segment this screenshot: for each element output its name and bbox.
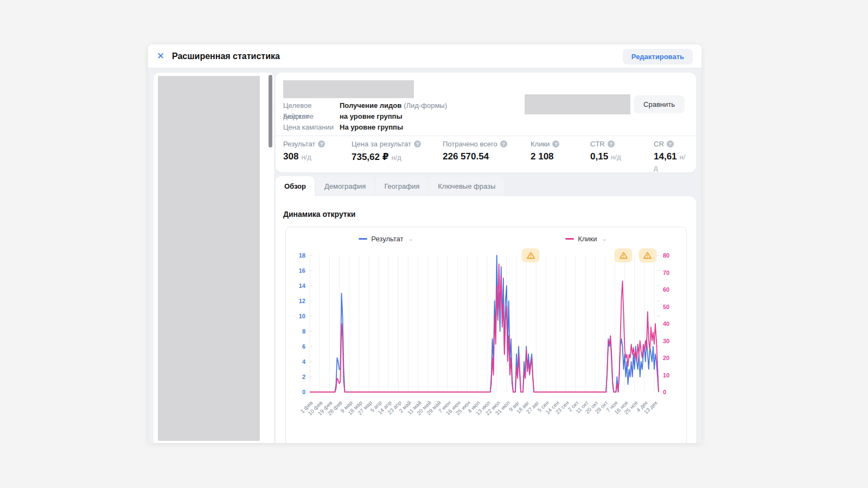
info-value-suffix: (Лид-формы) [404,100,447,111]
main-content: Целевое действиеПолучение лидов(Лид-форм… [276,68,696,443]
legend-item-результат[interactable]: Результат⌄ [286,235,486,243]
metric-value: 14,61н/д [654,151,688,173]
info-value: На уровне группы [340,122,403,133]
metric-value: 735,62 ₽н/д [352,151,443,163]
info-row: Целевое действиеПолучение лидов(Лид-форм… [283,100,447,111]
y-axis-right: 01020304050607080 [663,255,682,392]
compare-redacted-placeholder [525,94,630,114]
compare-group: Сравнить [525,94,685,114]
modal-header: ✕ Расширенная статистика Редактировать [148,44,701,68]
chevron-down-icon: ⌄ [408,235,413,242]
x-axis-labels: 1 фев10 фев19 фев28 фев9 мар18 мар27 мар… [310,396,660,429]
metric-цена-за-результат: Цена за результат?735,62 ₽н/д [352,140,443,173]
campaign-list-sidebar [154,73,274,443]
close-icon[interactable]: ✕ [157,50,170,62]
campaign-summary-card: Целевое действиеПолучение лидов(Лид-форм… [276,73,696,172]
line-chart-svg [310,255,660,392]
legend-color-dash [359,238,367,240]
y-tick-label: 0 [302,389,305,395]
info-value: на уровне группы [340,111,403,122]
metric-label: Потрачено всего? [443,140,531,148]
metric-value: 226 570.54 [443,151,531,162]
tab-обзор[interactable]: Обзор [276,176,315,196]
y-tick-label: 16 [299,267,305,274]
campaign-info-rows: Целевое действиеПолучение лидов(Лид-форм… [283,100,447,133]
y-tick-label: 12 [299,298,305,304]
y-tick-label: 10 [663,372,669,378]
metric-label-text: Клики [531,140,550,148]
warning-badge[interactable] [522,248,540,262]
metric-клики: Клики?2 108 [531,140,590,173]
divider [276,136,696,136]
metric-value: 2 108 [531,151,590,162]
y-tick-label: 4 [302,358,305,365]
legend-label: Результат [371,235,403,243]
y-tick-label: 0 [663,389,666,395]
metric-value: 308н/д [283,151,352,162]
y-tick-label: 8 [302,328,305,335]
sidebar-scrollbar[interactable] [269,75,272,147]
metric-cr: CR?14,61н/д [654,140,688,173]
metric-label: Результат? [283,140,352,148]
help-icon[interactable]: ? [667,140,674,147]
metric-потрачено-всего: Потрачено всего?226 570.54 [443,140,531,173]
metric-label-text: CR [654,140,664,148]
tab-ключевые-фразы[interactable]: Ключевые фразы [429,176,504,196]
info-value: Получение лидов [340,100,401,111]
sidebar-redacted-placeholder [158,76,260,441]
modal-body: Целевое действиеПолучение лидов(Лид-форм… [148,68,701,443]
metrics-row: Результат?308н/дЦена за результат?735,62… [283,140,688,173]
chart-legend: Результат⌄Клики⌄ [286,227,686,247]
chart-card: Результат⌄Клики⌄ 024681012141618 0102030… [285,227,687,443]
metric-label-text: CTR [590,140,605,148]
metric-label: CR? [654,140,688,148]
overview-panel: Динамика открутки Результат⌄Клики⌄ 02468… [276,196,696,443]
info-label: Бюджет [283,111,340,122]
metric-value-suffix: н/д [611,153,621,161]
help-icon[interactable]: ? [552,140,559,147]
edit-button[interactable]: Редактировать [623,49,693,65]
info-label: Целевое действие [283,100,340,111]
info-row: Цена кампанииНа уровне группы [283,122,447,133]
metric-label-text: Цена за результат [352,140,411,148]
warning-triangle-icon [643,252,652,259]
metric-value-number: 0,15 [590,151,608,162]
extended-statistics-modal: ✕ Расширенная статистика Редактировать Ц… [148,44,701,443]
tab-демография[interactable]: Демография [316,176,374,196]
help-icon[interactable]: ? [318,140,325,147]
y-tick-label: 50 [663,304,669,310]
metric-value-number: 735,62 ₽ [352,152,389,162]
metric-value-number: 226 570.54 [443,151,489,162]
metric-результат: Результат?308н/д [283,140,352,173]
y-axis-left: 024681012141618 [288,255,305,392]
metric-label: Клики? [531,140,590,148]
legend-color-dash [565,238,574,240]
help-icon[interactable]: ? [500,140,507,147]
y-tick-label: 18 [299,252,305,259]
warning-triangle-icon [526,252,535,259]
tab-география[interactable]: География [375,176,428,196]
metric-value-number: 14,61 [654,151,677,162]
metric-value-suffix: н/д [301,153,311,161]
metric-label-text: Потрачено всего [443,140,497,148]
metric-ctr: CTR?0,15н/д [590,140,654,173]
info-label: Цена кампании [283,122,340,133]
legend-item-клики[interactable]: Клики⌄ [486,235,686,243]
campaign-name-placeholder [283,80,414,98]
y-tick-label: 6 [302,343,305,350]
help-icon[interactable]: ? [608,140,615,147]
compare-button[interactable]: Сравнить [634,95,685,113]
legend-label: Клики [578,235,597,243]
y-tick-label: 20 [663,355,669,361]
series-line-результат [310,255,659,392]
metric-value-number: 308 [283,151,298,162]
metric-value-suffix: н/д [392,153,401,162]
metric-label: CTR? [590,140,654,148]
chart-section-title: Динамика открутки [283,210,355,219]
help-icon[interactable]: ? [414,140,421,147]
warning-badge[interactable] [615,248,633,262]
warning-badge[interactable] [639,248,656,262]
chevron-down-icon: ⌄ [602,235,607,242]
y-tick-label: 40 [663,320,669,327]
y-tick-label: 80 [663,252,669,259]
